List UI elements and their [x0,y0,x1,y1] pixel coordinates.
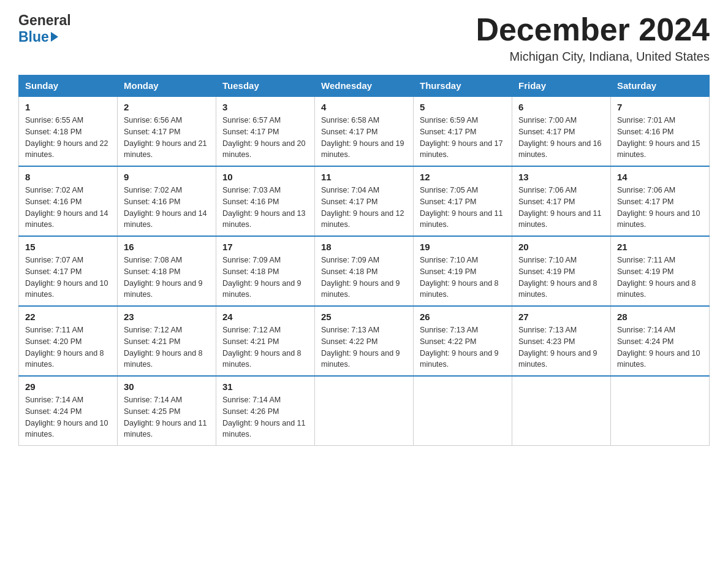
day-info: Sunrise: 7:14 AM Sunset: 4:25 PM Dayligh… [124,394,210,440]
logo-triangle-icon [51,32,58,42]
header-saturday: Saturday [611,75,710,97]
day-number: 2 [124,102,210,112]
calendar-header-row: SundayMondayTuesdayWednesdayThursdayFrid… [19,75,710,97]
calendar-cell: 22 Sunrise: 7:11 AM Sunset: 4:20 PM Dayl… [19,306,118,376]
day-info: Sunrise: 6:56 AM Sunset: 4:17 PM Dayligh… [124,115,210,161]
header-wednesday: Wednesday [315,75,414,97]
day-number: 15 [25,242,111,252]
day-info: Sunrise: 7:09 AM Sunset: 4:18 PM Dayligh… [321,255,407,301]
day-number: 29 [25,381,111,392]
day-info: Sunrise: 7:11 AM Sunset: 4:19 PM Dayligh… [617,255,703,301]
logo: General Blue [18,12,71,45]
header-friday: Friday [512,75,611,97]
calendar-cell: 10 Sunrise: 7:03 AM Sunset: 4:16 PM Dayl… [216,166,315,236]
calendar-cell: 1 Sunrise: 6:55 AM Sunset: 4:18 PM Dayli… [19,96,118,166]
calendar-week-row: 15 Sunrise: 7:07 AM Sunset: 4:17 PM Dayl… [19,236,710,306]
calendar-week-row: 1 Sunrise: 6:55 AM Sunset: 4:18 PM Dayli… [19,96,710,166]
day-info: Sunrise: 7:06 AM Sunset: 4:17 PM Dayligh… [617,185,703,231]
header-monday: Monday [118,75,216,97]
calendar-cell: 14 Sunrise: 7:06 AM Sunset: 4:17 PM Dayl… [611,166,710,236]
day-number: 13 [518,172,604,182]
day-number: 24 [222,312,308,322]
day-info: Sunrise: 7:11 AM Sunset: 4:20 PM Dayligh… [25,324,111,370]
calendar-cell: 6 Sunrise: 7:00 AM Sunset: 4:17 PM Dayli… [512,96,611,166]
day-info: Sunrise: 7:10 AM Sunset: 4:19 PM Dayligh… [420,255,506,301]
month-title: December 2024 [476,12,710,47]
day-number: 30 [124,381,210,392]
day-info: Sunrise: 6:57 AM Sunset: 4:17 PM Dayligh… [222,115,308,161]
calendar-cell: 21 Sunrise: 7:11 AM Sunset: 4:19 PM Dayl… [611,236,710,306]
day-number: 7 [617,102,703,112]
day-info: Sunrise: 7:06 AM Sunset: 4:17 PM Dayligh… [518,185,604,231]
day-info: Sunrise: 7:13 AM Sunset: 4:23 PM Dayligh… [518,324,604,370]
day-number: 23 [124,312,210,322]
day-number: 11 [321,172,407,182]
day-number: 16 [124,242,210,252]
calendar-cell: 16 Sunrise: 7:08 AM Sunset: 4:18 PM Dayl… [118,236,216,306]
title-section: December 2024 Michigan City, Indiana, Un… [476,12,710,64]
calendar-cell: 11 Sunrise: 7:04 AM Sunset: 4:17 PM Dayl… [315,166,414,236]
calendar-cell: 23 Sunrise: 7:12 AM Sunset: 4:21 PM Dayl… [118,306,216,376]
calendar-cell: 19 Sunrise: 7:10 AM Sunset: 4:19 PM Dayl… [414,236,512,306]
calendar-cell: 8 Sunrise: 7:02 AM Sunset: 4:16 PM Dayli… [19,166,118,236]
calendar-cell: 26 Sunrise: 7:13 AM Sunset: 4:22 PM Dayl… [414,306,512,376]
day-number: 1 [25,102,111,112]
calendar-cell: 18 Sunrise: 7:09 AM Sunset: 4:18 PM Dayl… [315,236,414,306]
day-info: Sunrise: 7:09 AM Sunset: 4:18 PM Dayligh… [222,255,308,301]
day-number: 4 [321,102,407,112]
location-subtitle: Michigan City, Indiana, United States [476,50,710,64]
day-info: Sunrise: 6:59 AM Sunset: 4:17 PM Dayligh… [420,115,506,161]
day-number: 28 [617,312,703,322]
day-number: 20 [518,242,604,252]
day-number: 18 [321,242,407,252]
day-number: 26 [420,312,506,322]
calendar-week-row: 8 Sunrise: 7:02 AM Sunset: 4:16 PM Dayli… [19,166,710,236]
day-info: Sunrise: 7:07 AM Sunset: 4:17 PM Dayligh… [25,255,111,301]
day-info: Sunrise: 7:03 AM Sunset: 4:16 PM Dayligh… [222,185,308,231]
day-info: Sunrise: 7:14 AM Sunset: 4:26 PM Dayligh… [222,394,308,440]
calendar-cell: 31 Sunrise: 7:14 AM Sunset: 4:26 PM Dayl… [216,376,315,446]
logo-blue-text: Blue [18,29,49,45]
day-number: 14 [617,172,703,182]
calendar-cell [315,376,414,446]
day-number: 5 [420,102,506,112]
day-info: Sunrise: 7:14 AM Sunset: 4:24 PM Dayligh… [25,394,111,440]
header-tuesday: Tuesday [216,75,315,97]
day-number: 9 [124,172,210,182]
day-info: Sunrise: 6:55 AM Sunset: 4:18 PM Dayligh… [25,115,111,161]
day-info: Sunrise: 7:12 AM Sunset: 4:21 PM Dayligh… [222,324,308,370]
day-number: 19 [420,242,506,252]
day-info: Sunrise: 7:12 AM Sunset: 4:21 PM Dayligh… [124,324,210,370]
day-info: Sunrise: 7:10 AM Sunset: 4:19 PM Dayligh… [518,255,604,301]
calendar-cell: 20 Sunrise: 7:10 AM Sunset: 4:19 PM Dayl… [512,236,611,306]
day-number: 25 [321,312,407,322]
day-info: Sunrise: 7:13 AM Sunset: 4:22 PM Dayligh… [420,324,506,370]
calendar-week-row: 22 Sunrise: 7:11 AM Sunset: 4:20 PM Dayl… [19,306,710,376]
day-info: Sunrise: 7:05 AM Sunset: 4:17 PM Dayligh… [420,185,506,231]
calendar-cell: 15 Sunrise: 7:07 AM Sunset: 4:17 PM Dayl… [19,236,118,306]
day-info: Sunrise: 7:08 AM Sunset: 4:18 PM Dayligh… [124,255,210,301]
calendar-cell [611,376,710,446]
calendar-cell: 12 Sunrise: 7:05 AM Sunset: 4:17 PM Dayl… [414,166,512,236]
day-number: 10 [222,172,308,182]
logo-general-text: General [18,12,71,29]
calendar-cell: 17 Sunrise: 7:09 AM Sunset: 4:18 PM Dayl… [216,236,315,306]
day-info: Sunrise: 6:58 AM Sunset: 4:17 PM Dayligh… [321,115,407,161]
day-number: 3 [222,102,308,112]
day-info: Sunrise: 7:01 AM Sunset: 4:16 PM Dayligh… [617,115,703,161]
day-info: Sunrise: 7:14 AM Sunset: 4:24 PM Dayligh… [617,324,703,370]
calendar-cell [512,376,611,446]
calendar-cell: 24 Sunrise: 7:12 AM Sunset: 4:21 PM Dayl… [216,306,315,376]
day-info: Sunrise: 7:00 AM Sunset: 4:17 PM Dayligh… [518,115,604,161]
calendar-cell: 5 Sunrise: 6:59 AM Sunset: 4:17 PM Dayli… [414,96,512,166]
header-sunday: Sunday [19,75,118,97]
calendar-cell: 9 Sunrise: 7:02 AM Sunset: 4:16 PM Dayli… [118,166,216,236]
calendar-cell: 25 Sunrise: 7:13 AM Sunset: 4:22 PM Dayl… [315,306,414,376]
calendar-cell: 27 Sunrise: 7:13 AM Sunset: 4:23 PM Dayl… [512,306,611,376]
calendar-cell: 4 Sunrise: 6:58 AM Sunset: 4:17 PM Dayli… [315,96,414,166]
calendar-cell: 7 Sunrise: 7:01 AM Sunset: 4:16 PM Dayli… [611,96,710,166]
day-number: 8 [25,172,111,182]
calendar-week-row: 29 Sunrise: 7:14 AM Sunset: 4:24 PM Dayl… [19,376,710,446]
day-info: Sunrise: 7:04 AM Sunset: 4:17 PM Dayligh… [321,185,407,231]
calendar-cell: 13 Sunrise: 7:06 AM Sunset: 4:17 PM Dayl… [512,166,611,236]
